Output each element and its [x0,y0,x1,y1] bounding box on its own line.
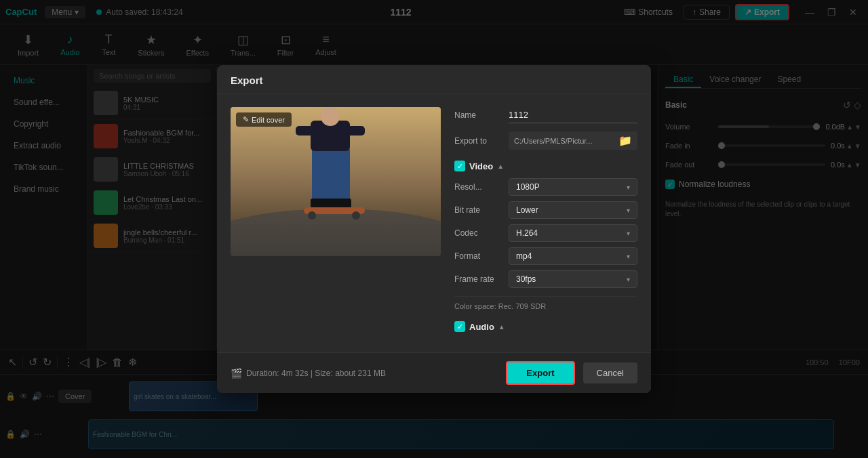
bitrate-label: Bit rate [454,205,502,215]
audio-toggle-checkbox[interactable]: ✓ [454,321,465,332]
resolution-label: Resol... [454,182,502,192]
modal-footer: 🎬 Duration: 4m 32s | Size: about 231 MB … [217,352,651,393]
codec-label: Codec [454,228,502,238]
codec-row: Codec H.264 ▾ [454,224,637,242]
svg-rect-4 [311,199,332,208]
framerate-arrow: ▾ [627,276,630,283]
modal-preview: ✎ Edit cover [231,107,441,339]
format-row: Format mp4 ▾ [454,247,637,265]
format-select[interactable]: mp4 ▾ [509,247,637,265]
film-icon: 🎬 [231,368,242,379]
modal-title: Export [231,75,263,86]
video-section-arrow[interactable]: ▲ [497,163,504,170]
codec-arrow: ▾ [627,230,630,237]
resolution-select[interactable]: 1080P ▾ [509,178,637,196]
resolution-row: Resol... 1080P ▾ [454,178,637,196]
resolution-arrow: ▾ [627,184,630,191]
framerate-label: Frame rate [454,274,502,284]
framerate-select[interactable]: 30fps ▾ [509,270,637,288]
edit-cover-button[interactable]: ✎ Edit cover [236,112,292,127]
folder-icon[interactable]: 📁 [618,134,632,147]
video-section: ✓ Video ▲ Resol... 1080P ▾ [454,161,637,310]
audio-section-arrow[interactable]: ▲ [498,323,505,331]
svg-rect-3 [331,148,350,202]
modal-body: ✎ Edit cover Name Export to C:/Users/PML… [217,93,651,352]
codec-select[interactable]: H.264 ▾ [509,224,637,242]
export-to-row: Export to C:/Users/PMLS/Pictur... 📁 [454,131,637,150]
video-toggle-checkbox[interactable]: ✓ [454,161,465,171]
svg-rect-11 [347,126,365,136]
modal-header: Export [217,65,651,93]
preview-image: ✎ Edit cover [231,107,441,256]
bitrate-row: Bit rate Lower ▾ [454,201,637,219]
export-modal: Export [217,65,651,393]
name-input[interactable] [509,107,637,123]
svg-rect-5 [330,199,351,208]
svg-rect-2 [312,148,331,202]
cancel-button[interactable]: Cancel [583,362,637,383]
audio-section: ✓ Audio ▲ [454,321,637,339]
name-label: Name [454,110,502,120]
name-row: Name [454,107,637,123]
export-to-label: Export to [454,136,502,146]
export-button[interactable]: Export [506,361,574,385]
format-label: Format [454,251,502,261]
svg-point-12 [321,107,340,126]
svg-rect-10 [296,126,313,136]
svg-point-1 [231,209,441,256]
video-properties: Resol... 1080P ▾ Bit rate Lower ▾ [454,178,637,310]
modal-overlay: Export [0,0,868,458]
bitrate-arrow: ▾ [627,207,630,214]
format-arrow: ▾ [627,253,630,260]
video-section-label: Video [469,161,493,171]
video-section-toggle: ✓ Video ▲ [454,161,637,171]
svg-point-8 [352,211,360,220]
color-space-info: Color space: Rec. 709 SDR [454,296,637,310]
audio-section-toggle: ✓ Audio ▲ [454,321,637,332]
modal-form: Name Export to C:/Users/PMLS/Pictur... 📁… [441,107,637,339]
export-path: C:/Users/PMLS/Pictur... [514,137,614,145]
audio-section-label: Audio [469,322,494,332]
export-info: 🎬 Duration: 4m 32s | Size: about 231 MB [231,368,498,379]
svg-point-7 [308,211,316,220]
bitrate-select[interactable]: Lower ▾ [509,201,637,219]
export-path-wrapper: C:/Users/PMLS/Pictur... 📁 [509,131,637,150]
framerate-row: Frame rate 30fps ▾ [454,270,637,288]
